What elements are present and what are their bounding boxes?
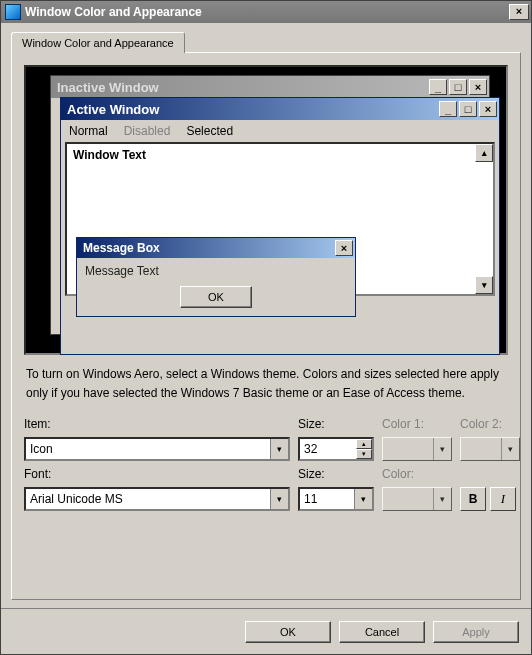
inactive-window-buttons: _ □ ×	[429, 79, 487, 95]
chevron-down-icon: ▾	[501, 438, 519, 460]
spin-down-icon[interactable]: ▾	[356, 449, 372, 459]
msgbox-titlebar: Message Box ×	[77, 238, 355, 258]
font-combobox[interactable]: Arial Unicode MS ▾	[24, 487, 290, 511]
color2-dropdown: ▾	[460, 437, 520, 461]
maximize-icon: □	[449, 79, 467, 95]
font-style-buttons: B I	[460, 487, 520, 511]
preview-message-box: Message Box × Message Text OK	[76, 237, 356, 317]
chevron-down-icon[interactable]: ▾	[354, 489, 372, 509]
close-icon: ×	[469, 79, 487, 95]
menu-disabled: Disabled	[124, 124, 171, 138]
chevron-down-icon: ▾	[433, 438, 451, 460]
font-value: Arial Unicode MS	[30, 492, 270, 506]
dialog-window: Window Color and Appearance × Window Col…	[0, 0, 532, 655]
ok-button[interactable]: OK	[245, 621, 331, 643]
font-label: Font:	[24, 467, 290, 481]
spin-up-icon[interactable]: ▴	[356, 439, 372, 449]
controls-grid: Item: Size: Color 1: Color 2: Icon ▾ 32 …	[24, 417, 508, 511]
active-titlebar: Active Window _ □ ×	[61, 98, 499, 120]
item-size-field[interactable]: 32 ▴ ▾	[298, 437, 374, 461]
close-button[interactable]: ×	[509, 4, 529, 20]
color1-dropdown: ▾	[382, 437, 452, 461]
chevron-down-icon[interactable]: ▾	[270, 439, 288, 459]
active-window-buttons: _ □ ×	[439, 101, 497, 117]
maximize-icon: □	[459, 101, 477, 117]
color1-swatch	[383, 438, 433, 460]
tab-panel: Inactive Window _ □ × Active Window _	[11, 52, 521, 600]
close-icon: ×	[479, 101, 497, 117]
font-size-label: Size:	[298, 467, 374, 481]
chevron-down-icon[interactable]: ▾	[270, 489, 288, 509]
cancel-button[interactable]: Cancel	[339, 621, 425, 643]
menu-normal: Normal	[69, 124, 108, 138]
apply-button[interactable]: Apply	[433, 621, 519, 643]
chevron-down-icon: ▾	[433, 488, 451, 510]
scroll-down-icon: ▾	[475, 276, 493, 294]
font-color-swatch	[383, 488, 433, 510]
font-color-dropdown: ▾	[382, 487, 452, 511]
item-size-value: 32	[304, 442, 356, 456]
tab-window-color[interactable]: Window Color and Appearance	[11, 32, 185, 53]
scroll-up-icon: ▴	[475, 144, 493, 162]
color2-swatch	[461, 438, 501, 460]
color2-label: Color 2:	[460, 417, 520, 431]
close-icon: ×	[335, 240, 353, 256]
menu-selected: Selected	[186, 124, 233, 138]
dialog-body: Window Color and Appearance Inactive Win…	[1, 23, 531, 608]
msgbox-button-row: OK	[77, 286, 355, 316]
bold-button[interactable]: B	[460, 487, 486, 511]
font-size-combobox[interactable]: 11 ▾	[298, 487, 374, 511]
item-size-spinner[interactable]: ▴ ▾	[356, 439, 372, 459]
tab-strip: Window Color and Appearance	[11, 31, 521, 52]
system-icon	[5, 4, 21, 20]
font-size-value: 11	[304, 492, 354, 506]
msgbox-ok-button: OK	[180, 286, 252, 308]
minimize-icon: _	[429, 79, 447, 95]
item-combobox[interactable]: Icon ▾	[24, 437, 290, 461]
color1-label: Color 1:	[382, 417, 452, 431]
italic-button[interactable]: I	[490, 487, 516, 511]
window-text-label: Window Text	[73, 148, 146, 162]
description-text: To turn on Windows Aero, select a Window…	[26, 365, 506, 403]
active-title-text: Active Window	[67, 102, 439, 117]
inactive-titlebar: Inactive Window _ □ ×	[51, 76, 489, 98]
msgbox-text: Message Text	[77, 258, 355, 286]
item-value: Icon	[30, 442, 270, 456]
font-color-label: Color:	[382, 467, 452, 481]
size-label: Size:	[298, 417, 374, 431]
dialog-title: Window Color and Appearance	[25, 5, 509, 19]
preview-area: Inactive Window _ □ × Active Window _	[24, 65, 508, 355]
dialog-titlebar: Window Color and Appearance ×	[1, 1, 531, 23]
dialog-footer: OK Cancel Apply	[1, 608, 531, 654]
msgbox-title-text: Message Box	[83, 241, 335, 255]
inactive-title-text: Inactive Window	[57, 80, 429, 95]
preview-menubar: Normal Disabled Selected	[61, 120, 499, 142]
item-label: Item:	[24, 417, 290, 431]
minimize-icon: _	[439, 101, 457, 117]
